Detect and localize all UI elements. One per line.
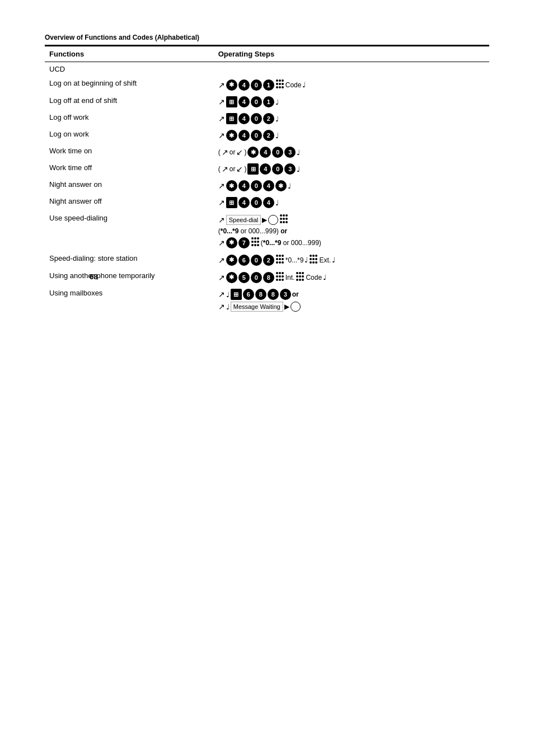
op-cell: ↗ ✱ 4 0 1 Code ♩ bbox=[214, 76, 489, 93]
svg-point-4 bbox=[279, 83, 281, 85]
svg-point-9 bbox=[280, 214, 282, 217]
svg-point-18 bbox=[251, 237, 254, 240]
btn-1: 1 bbox=[263, 79, 274, 91]
btn-1: 1 bbox=[263, 96, 274, 107]
svg-point-49 bbox=[279, 275, 281, 278]
message-waiting-input[interactable]: Message Waiting bbox=[231, 302, 283, 312]
svg-point-10 bbox=[283, 214, 285, 217]
fn-cell-mailboxes: Using mailboxes bbox=[45, 286, 214, 314]
btn-hash: ⊞ bbox=[226, 197, 237, 208]
op-cell: ↗ ⊞ 4 0 1 ♩ bbox=[214, 93, 489, 110]
svg-point-40 bbox=[312, 258, 315, 260]
note-icon: ♩ bbox=[275, 132, 279, 140]
svg-point-25 bbox=[254, 244, 256, 246]
circle-icon2 bbox=[291, 302, 301, 312]
speed-dial-input[interactable]: Speed-dial bbox=[226, 215, 261, 225]
svg-point-24 bbox=[251, 244, 254, 246]
handset-icon: ↗ bbox=[218, 290, 225, 299]
keypad-icon4 bbox=[275, 254, 284, 266]
handset-icon: ↗ bbox=[218, 114, 225, 123]
table-row: Log off at end of shift ↗ ⊞ 4 0 1 ♩ bbox=[45, 93, 489, 110]
btn-4: 4 bbox=[238, 96, 250, 107]
handset-icon: ↗ bbox=[218, 273, 225, 282]
op-cell: ↗ ✱ 4 0 4 ✱ ♩ bbox=[214, 177, 489, 194]
btn-0: 0 bbox=[251, 113, 262, 124]
note-icon: ♩ bbox=[288, 182, 291, 190]
table-row: Night answer off ↗ ⊞ 4 0 4 ♩ bbox=[45, 194, 489, 211]
functions-table: Functions Operating Steps UCD Log on at … bbox=[45, 46, 489, 314]
svg-point-57 bbox=[296, 275, 298, 278]
keypad-icon7 bbox=[296, 271, 305, 283]
svg-point-50 bbox=[282, 275, 284, 278]
handset-icon: ↗ bbox=[218, 256, 225, 265]
svg-point-35 bbox=[282, 261, 284, 264]
op-cell: ↗ ✱ 4 0 2 ♩ bbox=[214, 127, 489, 144]
svg-point-30 bbox=[276, 258, 278, 260]
svg-point-54 bbox=[296, 272, 298, 274]
op-cell-ucd bbox=[214, 62, 489, 77]
col-header-operating: Operating Steps bbox=[214, 46, 489, 62]
handset-icon: ↗ bbox=[218, 198, 225, 207]
range-label: *0...*9 bbox=[285, 256, 304, 264]
ext-label: Ext. bbox=[319, 256, 331, 264]
table-row: Using another phone temporarily ↗ ✱ 5 0 … bbox=[45, 269, 489, 286]
btn-7: 7 bbox=[238, 237, 250, 248]
svg-point-31 bbox=[279, 258, 281, 260]
btn-8c: 8 bbox=[268, 289, 279, 300]
op-cell: ( ↗ or ↙ ) ⊞ 4 0 3 ♩ bbox=[214, 161, 489, 177]
svg-point-52 bbox=[279, 279, 281, 281]
fn-cell: Work time on bbox=[45, 144, 214, 161]
btn-2: 2 bbox=[263, 113, 274, 124]
op-cell-mailboxes: ↗ ♩ ⊞ 6 8 8 3 or ↗ ♩ Message Waiti bbox=[214, 286, 489, 314]
handset-icon: ↗ bbox=[218, 97, 225, 106]
svg-point-23 bbox=[257, 241, 259, 243]
op-cell: ↗ Speed-dial ▶ bbox=[214, 211, 489, 251]
speed-dial-range: (*0...*9 or 000...999) bbox=[261, 239, 321, 247]
bracket-or-group: ( ↗ or ↙ ) bbox=[218, 148, 247, 157]
btn-4b: 4 bbox=[263, 180, 274, 191]
btn-4: 4 bbox=[238, 79, 250, 91]
fn-cell: Work time off bbox=[45, 161, 214, 177]
svg-point-33 bbox=[276, 261, 278, 264]
fn-cell-another-phone: Using another phone temporarily bbox=[45, 269, 214, 286]
btn-8b: 8 bbox=[255, 289, 266, 300]
fn-cell: Speed-dialing: store station bbox=[45, 251, 214, 269]
table-row: Log on work ↗ ✱ 4 0 2 ♩ bbox=[45, 127, 489, 144]
svg-point-58 bbox=[299, 275, 301, 278]
keypad-icon6 bbox=[275, 271, 284, 283]
handset-icon: ↗ bbox=[218, 238, 225, 247]
op-cell: ↗ ⊞ 4 0 2 ♩ bbox=[214, 110, 489, 127]
triangle-icon: ▶ bbox=[262, 216, 267, 224]
keypad-icon2 bbox=[279, 214, 288, 226]
btn-3: 3 bbox=[284, 163, 296, 175]
btn-star: ✱ bbox=[226, 255, 237, 266]
fn-cell: Use speed-dialing bbox=[45, 211, 214, 251]
bracket-or-group: ( ↗ or ↙ ) bbox=[218, 165, 247, 173]
table-row: Log on at beginning of shift ↗ ✱ 4 0 1 bbox=[45, 76, 489, 93]
note-icon: ♩ bbox=[297, 148, 300, 157]
code-label: Code bbox=[285, 81, 302, 89]
btn-0: 0 bbox=[251, 96, 262, 107]
btn-star: ✱ bbox=[226, 79, 237, 91]
fn-cell: Log off at end of shift bbox=[45, 93, 214, 110]
op-cell: ( ↗ or ↙ ) ✱ 4 0 3 ♩ bbox=[214, 144, 489, 161]
note-icon3: ♩ bbox=[323, 273, 326, 281]
svg-point-42 bbox=[310, 261, 312, 264]
svg-point-28 bbox=[279, 255, 281, 257]
code-label2: Code bbox=[306, 274, 322, 281]
svg-point-38 bbox=[315, 255, 317, 257]
svg-point-7 bbox=[279, 86, 281, 88]
fn-cell: Log off work bbox=[45, 110, 214, 127]
svg-point-5 bbox=[282, 83, 284, 85]
btn-star: ✱ bbox=[226, 180, 237, 191]
table-row: Night answer on ↗ ✱ 4 0 4 ✱ ♩ bbox=[45, 177, 489, 194]
svg-point-22 bbox=[254, 241, 256, 243]
fn-cell: Night answer on bbox=[45, 177, 214, 194]
triangle-icon2: ▶ bbox=[284, 303, 289, 311]
svg-point-53 bbox=[282, 279, 284, 281]
header-title: Overview of Functions and Codes (Alphabe… bbox=[45, 34, 199, 41]
page-number: 68 bbox=[90, 273, 97, 281]
btn-0: 0 bbox=[251, 255, 262, 266]
or-text: (*0...*9 or 000...999) or bbox=[218, 227, 287, 235]
svg-point-17 bbox=[285, 221, 288, 223]
